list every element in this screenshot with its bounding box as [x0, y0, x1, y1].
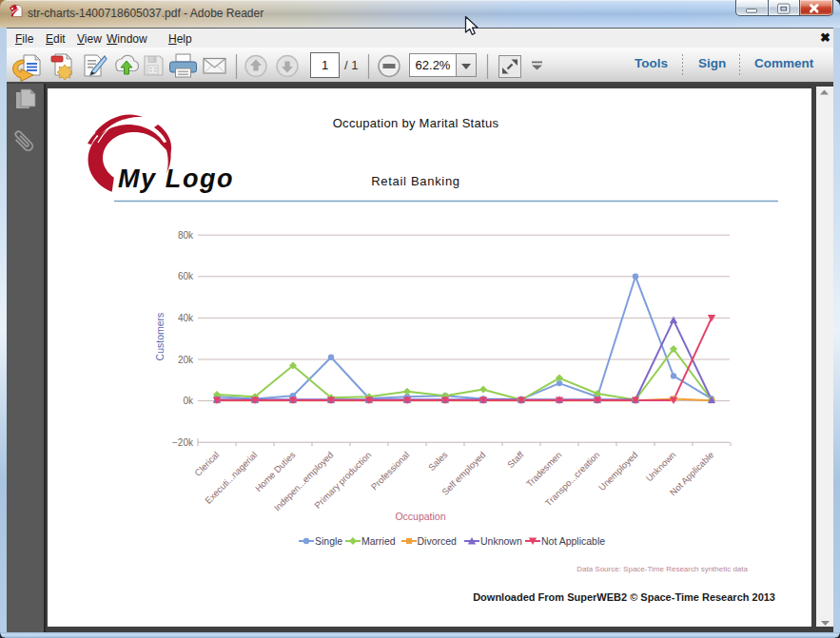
svg-text:Occupation by Marital Status: Occupation by Marital Status — [333, 116, 499, 130]
svg-text:My Logo: My Logo — [118, 164, 234, 193]
svg-text:Divorced: Divorced — [418, 535, 458, 547]
svg-text:Retail Banking: Retail Banking — [371, 174, 460, 188]
svg-text:Downloaded From SuperWEB2 © Sp: Downloaded From SuperWEB2 © Space-Time R… — [473, 591, 775, 603]
svg-text:Clerical: Clerical — [192, 450, 221, 478]
svg-text:60k: 60k — [178, 271, 194, 281]
svg-text:Tradesmen: Tradesmen — [524, 450, 564, 490]
svg-text:Unknown: Unknown — [644, 450, 678, 484]
svg-text:−20k: −20k — [172, 437, 194, 448]
svg-text:Professional: Professional — [369, 450, 412, 493]
svg-text:Sales: Sales — [426, 449, 450, 473]
svg-text:20k: 20k — [178, 355, 194, 365]
svg-text:Not Applicable: Not Applicable — [541, 535, 605, 547]
svg-text:80k: 80k — [178, 230, 194, 241]
svg-text:Unemployed: Unemployed — [596, 450, 639, 493]
svg-text:Data Source: Space-Time Resear: Data Source: Space-Time Research synthet… — [576, 565, 748, 573]
svg-text:Unknown: Unknown — [480, 535, 522, 547]
svg-text:Occupation: Occupation — [395, 511, 445, 522]
svg-text:Staff: Staff — [505, 449, 526, 470]
svg-text:Customers: Customers — [154, 313, 166, 361]
svg-text:40k: 40k — [178, 313, 194, 323]
svg-text:Single: Single — [315, 535, 342, 547]
svg-text:0k: 0k — [183, 396, 194, 406]
svg-text:Married: Married — [361, 535, 396, 547]
